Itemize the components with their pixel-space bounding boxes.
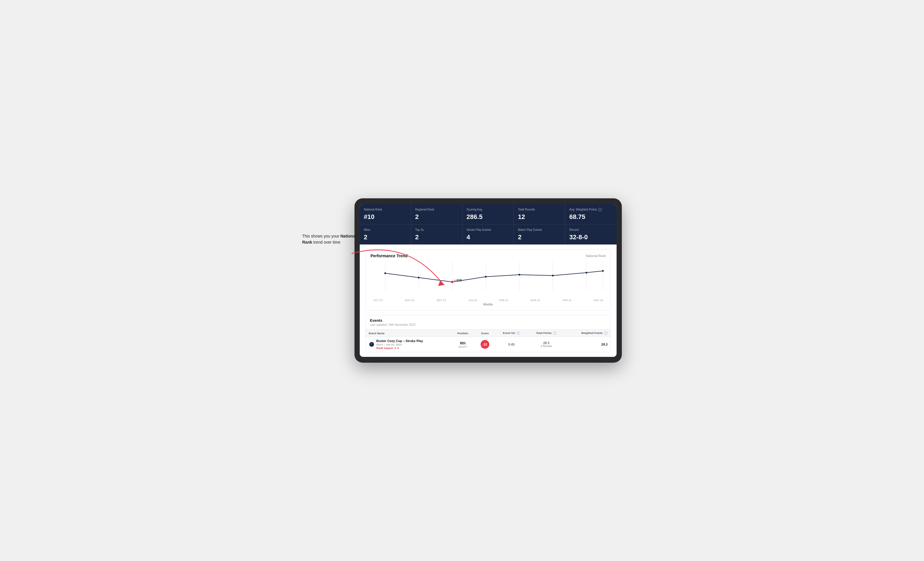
weighted-points-info-icon: i — [604, 331, 608, 335]
stat-record-label: Record — [569, 228, 612, 232]
stat-avg-weighted-points-label: Avg. Weighted Points i — [569, 208, 612, 211]
svg-point-12 — [485, 276, 487, 278]
events-section: Events Last updated: 24th November 2023 … — [366, 315, 611, 352]
stat-total-rounds-value: 12 — [518, 213, 561, 221]
total-points-sub: 3 Rounds — [531, 345, 562, 347]
stat-top3s: Top 3s 2 — [411, 224, 463, 244]
stat-match-play-value: 2 — [518, 233, 561, 241]
event-name: Buster Cozy Cup – Stroke Play — [376, 339, 423, 343]
stat-record: Record 32-8-0 — [565, 224, 616, 244]
event-name-cell: Buster Cozy Cup – Stroke Play Oct 9 – Oc… — [366, 337, 451, 352]
weighted-points-value: 28.3 — [602, 343, 608, 346]
th-weighted-points: Weighted Points i — [565, 329, 610, 337]
x-label-3: JAN 24 — [468, 299, 477, 302]
table-row: Buster Cozy Cup – Stroke Play Oct 9 – Oc… — [366, 337, 610, 352]
stat-scoring-avg-value: 286.5 — [466, 213, 510, 221]
perf-trend-subtitle: National Rank — [586, 254, 606, 257]
stat-top3s-label: Top 3s — [415, 228, 458, 232]
x-label-1: NOV 23 — [405, 299, 414, 302]
stat-wins-value: 2 — [364, 233, 407, 241]
stat-top3s-value: 2 — [415, 233, 458, 241]
svg-point-9 — [384, 272, 386, 274]
stat-regional-rank-value: 2 — [415, 213, 458, 221]
svg-point-21 — [371, 344, 372, 345]
chart-x-labels: OCT 23 NOV 23 DEC 23 JAN 24 FEB 24 MAR 2… — [370, 299, 606, 302]
x-label-4: FEB 24 — [499, 299, 508, 302]
x-axis-title: Months — [370, 303, 606, 306]
table-header-row: Event Name Position Score Event SG i Tot… — [366, 329, 610, 337]
annotation-text: This shows you your National Rank trend … — [302, 233, 360, 245]
svg-point-13 — [518, 274, 520, 275]
rank-impact-arrow-icon: ▼ — [397, 346, 399, 350]
total-points-cell: 28.3 3 Rounds — [528, 337, 565, 352]
x-label-5: MAR 24 — [531, 299, 540, 302]
svg-point-14 — [552, 275, 554, 277]
svg-point-11 — [451, 281, 453, 283]
event-score-cell: -22 — [474, 337, 495, 352]
th-total-points: Total Points i — [528, 329, 565, 337]
stat-stroke-play-label: Stroke Play Events — [466, 228, 510, 232]
stats-row-1: National Rank #10 Regional Rank 2 Scorin… — [360, 204, 616, 224]
stat-match-play-label: Match Play Events — [518, 228, 561, 232]
event-position-cell: 6th out of 7 — [451, 337, 474, 352]
x-label-2: DEC 23 — [437, 299, 446, 302]
stat-national-rank-label: National Rank — [364, 208, 407, 211]
stat-regional-rank: Regional Rank 2 — [411, 204, 463, 224]
events-last-updated: Last updated: 24th November 2023 — [370, 323, 606, 326]
total-points-value: 28.3 — [531, 341, 562, 345]
perf-trend-header: Performance Trend National Rank — [370, 253, 606, 258]
stat-national-rank: National Rank #10 — [360, 204, 411, 224]
perf-trend-title: Performance Trend — [370, 253, 408, 258]
total-points-info-icon: i — [553, 331, 556, 335]
stat-scoring-avg-label: Scoring Avg. — [466, 208, 510, 211]
main-content: Performance Trend National Rank — [360, 244, 616, 357]
stats-row-2: Wins 2 Top 3s 2 Stroke Play Events 4 Mat… — [360, 224, 616, 244]
stat-stroke-play: Stroke Play Events 4 — [463, 224, 514, 244]
stat-avg-weighted-points-value: 68.75 — [569, 213, 612, 221]
stat-match-play: Match Play Events 2 — [514, 224, 565, 244]
stat-national-rank-value: #10 — [364, 213, 407, 221]
svg-point-19 — [371, 344, 371, 344]
performance-trend-section: Performance Trend National Rank — [366, 249, 611, 310]
stat-total-rounds-label: Total Rounds — [518, 208, 561, 211]
chart-container: • #10 — [370, 262, 606, 296]
event-row-inner: Buster Cozy Cup – Stroke Play Oct 9 – Oc… — [369, 339, 448, 350]
stat-avg-weighted-points: Avg. Weighted Points i 68.75 — [565, 204, 616, 224]
outer-container: This shows you your National Rank trend … — [302, 198, 622, 363]
event-date: Oct 9 – Oct 10, 2023 — [376, 343, 423, 346]
th-event-name: Event Name — [366, 329, 451, 337]
event-rank-impact: Rank Impact: 3 ▼ — [376, 346, 423, 350]
position-sub: out of 7 — [454, 345, 472, 348]
svg-point-16 — [602, 270, 604, 272]
th-event-sg: Event SG i — [495, 329, 528, 337]
golf-ball-icon — [369, 341, 375, 347]
stat-regional-rank-label: Regional Rank — [415, 208, 458, 211]
score-badge: -22 — [481, 340, 489, 349]
stat-wins: Wins 2 — [360, 224, 411, 244]
svg-text:• #10: • #10 — [454, 278, 462, 282]
th-score: Score — [474, 329, 495, 337]
tablet-screen: National Rank #10 Regional Rank 2 Scorin… — [360, 204, 616, 357]
weighted-points-cell: 28.3 — [565, 337, 610, 352]
events-table: Event Name Position Score Event SG i Tot… — [366, 329, 610, 352]
stat-scoring-avg: Scoring Avg. 286.5 — [463, 204, 514, 224]
svg-point-18 — [369, 342, 374, 347]
th-position: Position — [451, 329, 474, 337]
svg-point-15 — [585, 272, 587, 274]
info-icon: i — [598, 208, 602, 211]
stat-wins-label: Wins — [364, 228, 407, 232]
events-title: Events — [370, 318, 606, 323]
stat-total-rounds: Total Rounds 12 — [514, 204, 565, 224]
x-label-6: APR 24 — [562, 299, 571, 302]
tablet-frame: National Rank #10 Regional Rank 2 Scorin… — [354, 198, 622, 363]
stat-stroke-play-value: 4 — [466, 233, 510, 241]
svg-point-10 — [418, 277, 420, 278]
event-details: Buster Cozy Cup – Stroke Play Oct 9 – Oc… — [376, 339, 423, 350]
svg-point-20 — [372, 343, 372, 344]
x-label-0: OCT 23 — [374, 299, 382, 302]
events-header: Events Last updated: 24th November 2023 — [366, 315, 610, 329]
stat-record-value: 32-8-0 — [569, 233, 612, 241]
position-value: 6th — [454, 341, 472, 345]
event-sg-cell: 0.45 — [495, 337, 528, 352]
chart-svg: • #10 — [370, 262, 606, 296]
